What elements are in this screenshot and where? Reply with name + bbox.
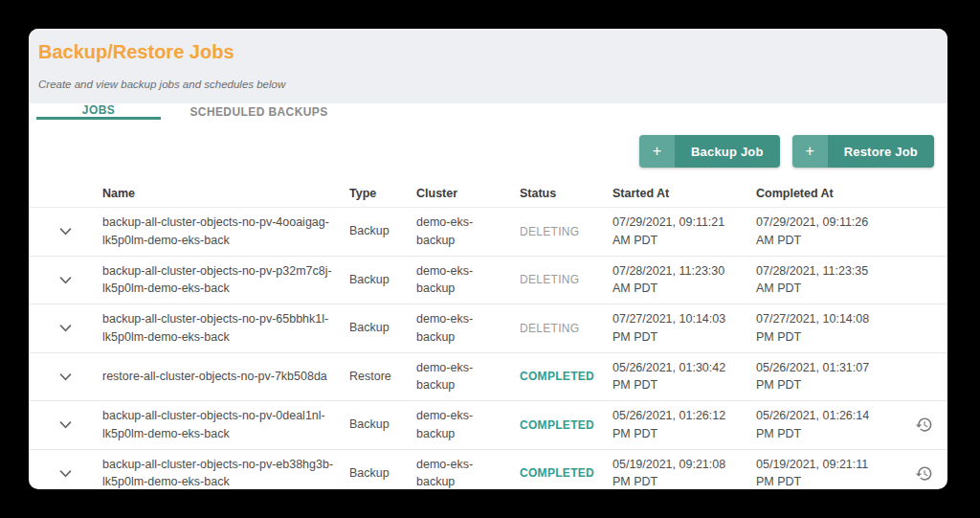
- job-type: Backup: [349, 464, 416, 483]
- card-header: Backup/Restore Jobs Create and view back…: [29, 29, 947, 103]
- job-name: backup-all-cluster-objects-no-pv-65bbhk1…: [102, 310, 349, 347]
- job-cluster: demo-eks-backup: [416, 407, 520, 443]
- tab-bar: JOBS SCHEDULED BACKUPS: [29, 103, 947, 120]
- column-header-cluster: Cluster: [416, 187, 520, 200]
- job-name: backup-all-cluster-objects-no-pv-0deal1n…: [102, 407, 349, 443]
- job-name: backup-all-cluster-objects-no-pv-eb38hg3…: [102, 456, 349, 490]
- job-status: DELETING: [520, 223, 612, 240]
- toolbar: + Backup Job + Restore Job: [29, 120, 947, 179]
- chevron-down-icon: [59, 372, 72, 381]
- tab-jobs[interactable]: JOBS: [36, 103, 161, 120]
- expand-row-button[interactable]: [29, 227, 102, 236]
- job-type: Backup: [349, 416, 416, 434]
- restore-history-icon: [915, 464, 933, 483]
- chevron-down-icon: [59, 227, 72, 236]
- job-started-at: 05/26/2021, 01:30:42 PM PDT: [612, 359, 756, 395]
- restore-history-action-button[interactable]: [900, 416, 947, 434]
- job-name: backup-all-cluster-objects-no-pv-4ooaiga…: [102, 214, 349, 250]
- restore-history-icon: [915, 416, 933, 434]
- restore-job-button[interactable]: + Restore Job: [792, 135, 934, 168]
- restore-job-button-label: Restore Job: [828, 135, 934, 168]
- job-started-at: 07/28/2021, 11:23:30 AM PDT: [612, 262, 756, 299]
- job-cluster: demo-eks-backup: [416, 214, 520, 250]
- backup-job-button[interactable]: + Backup Job: [639, 135, 780, 168]
- column-header-started-at: Started At: [612, 187, 756, 200]
- job-type: Backup: [349, 271, 416, 289]
- table-row: backup-all-cluster-objects-no-pv-0deal1n…: [29, 401, 947, 450]
- job-type: Restore: [349, 368, 416, 386]
- column-header-name: Name: [102, 187, 349, 200]
- job-started-at: 05/19/2021, 09:21:08 PM PDT: [612, 456, 756, 490]
- expand-row-button[interactable]: [29, 324, 102, 332]
- job-status: COMPLETED: [520, 464, 612, 482]
- chevron-down-icon: [59, 469, 72, 478]
- job-status: COMPLETED: [520, 368, 612, 385]
- chevron-down-icon: [59, 276, 72, 284]
- restore-history-action-button[interactable]: [900, 464, 947, 483]
- job-name: restore-all-cluster-objects-no-pv-7kb508…: [102, 368, 349, 386]
- backup-restore-card: Backup/Restore Jobs Create and view back…: [29, 29, 947, 489]
- table-row: backup-all-cluster-objects-no-pv-65bbhk1…: [29, 304, 947, 353]
- job-name: backup-all-cluster-objects-no-pv-p32m7c8…: [102, 262, 349, 299]
- job-status: COMPLETED: [520, 417, 612, 434]
- job-type: Backup: [349, 222, 416, 240]
- plus-icon: +: [639, 135, 675, 168]
- expand-row-button[interactable]: [29, 469, 102, 478]
- job-started-at: 07/29/2021, 09:11:21 AM PDT: [612, 214, 756, 250]
- plus-icon: +: [792, 135, 828, 168]
- job-status: DELETING: [520, 320, 612, 337]
- table-row: backup-all-cluster-objects-no-pv-4ooaiga…: [29, 208, 947, 257]
- job-completed-at: 05/26/2021, 01:26:14 PM PDT: [756, 407, 900, 443]
- job-started-at: 07/27/2021, 10:14:03 PM PDT: [612, 310, 756, 347]
- job-completed-at: 07/27/2021, 10:14:08 PM PDT: [756, 310, 900, 347]
- table-header-row: Name Type Cluster Status Started At Comp…: [29, 179, 947, 208]
- job-cluster: demo-eks-backup: [416, 359, 520, 395]
- job-started-at: 05/26/2021, 01:26:12 PM PDT: [612, 407, 756, 443]
- table-row: backup-all-cluster-objects-no-pv-eb38hg3…: [29, 450, 947, 490]
- chevron-down-icon: [59, 420, 72, 429]
- backup-job-button-label: Backup Job: [675, 135, 780, 168]
- job-completed-at: 07/28/2021, 11:23:35 AM PDT: [756, 262, 900, 299]
- job-cluster: demo-eks-backup: [416, 456, 520, 490]
- table-row: backup-all-cluster-objects-no-pv-p32m7c8…: [29, 257, 947, 305]
- column-header-type: Type: [349, 187, 416, 200]
- job-cluster: demo-eks-backup: [416, 310, 520, 347]
- job-type: Backup: [349, 319, 416, 337]
- page-title: Backup/Restore Jobs: [38, 41, 936, 63]
- expand-row-button[interactable]: [29, 420, 102, 429]
- job-completed-at: 05/26/2021, 01:31:07 PM PDT: [756, 359, 900, 395]
- expand-row-button[interactable]: [29, 276, 102, 284]
- tab-scheduled-backups[interactable]: SCHEDULED BACKUPS: [161, 103, 357, 120]
- job-status: DELETING: [520, 271, 612, 288]
- expand-row-button[interactable]: [29, 372, 102, 381]
- jobs-table: Name Type Cluster Status Started At Comp…: [29, 179, 947, 489]
- job-completed-at: 05/19/2021, 09:21:11 PM PDT: [756, 456, 900, 490]
- column-header-status: Status: [520, 187, 612, 200]
- table-row: restore-all-cluster-objects-no-pv-7kb508…: [29, 353, 947, 402]
- job-cluster: demo-eks-backup: [416, 262, 520, 299]
- page-subtitle: Create and view backup jobs and schedule…: [38, 79, 936, 90]
- column-header-completed-at: Completed At: [756, 187, 900, 200]
- chevron-down-icon: [59, 324, 72, 332]
- table-body: backup-all-cluster-objects-no-pv-4ooaiga…: [29, 208, 947, 489]
- job-completed-at: 07/29/2021, 09:11:26 AM PDT: [756, 214, 900, 250]
